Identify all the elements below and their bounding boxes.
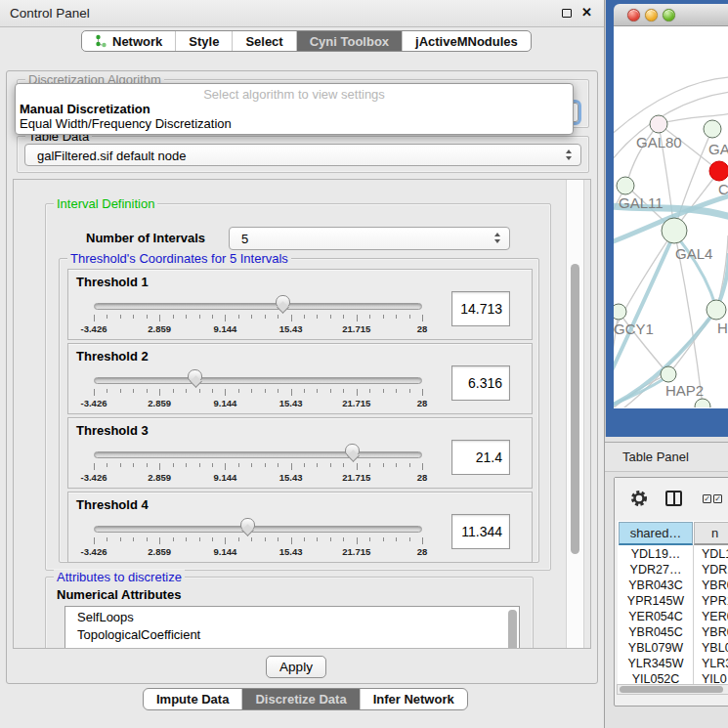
table-row[interactable]: YPR145WYPR1: [619, 593, 728, 609]
tick-mark: [409, 537, 410, 541]
checkbox-icon[interactable]: [713, 494, 722, 503]
network-canvas[interactable]: GAL80GACGAL11GAL4GCY1HHAP2: [614, 26, 728, 408]
tick-mark: [199, 537, 200, 541]
tick-mark: [199, 389, 200, 393]
network-node-c[interactable]: [709, 161, 728, 181]
threshold-panel: Threshold 3-3.4262.8599.14415.4321.71528…: [67, 417, 533, 489]
tick-mark: [94, 537, 95, 544]
control-panel-titlebar: Control Panel ✕: [0, 0, 604, 27]
network-node-hap2[interactable]: [661, 366, 676, 382]
tick-mark: [120, 463, 121, 467]
float-window-icon[interactable]: [562, 9, 572, 18]
slider-thumb[interactable]: [276, 295, 290, 308]
table-hscrollbar-thumb[interactable]: [620, 686, 723, 693]
tick-mark: [173, 537, 174, 541]
list-scrollbar-thumb[interactable]: [508, 610, 517, 649]
tick-label: 9.144: [214, 546, 237, 557]
tick-mark: [304, 463, 305, 467]
gear-icon[interactable]: [630, 490, 648, 507]
tab-select[interactable]: Select: [233, 31, 296, 51]
cell-name: YBR0: [693, 624, 728, 640]
minimize-traffic-light-icon[interactable]: [645, 9, 658, 21]
group-title-interval: Interval Definition: [54, 196, 157, 211]
threshold-value-field[interactable]: 11.344: [451, 514, 510, 549]
tab-style[interactable]: Style: [176, 31, 233, 51]
zoom-traffic-light-icon[interactable]: [663, 9, 675, 21]
combobox-value: 5: [241, 232, 248, 246]
column-layout-icon[interactable]: [665, 491, 682, 506]
table-hscrollbar[interactable]: [617, 684, 728, 695]
cell-shared-name: YER054C: [619, 609, 693, 624]
cell-name: YDL1: [693, 546, 728, 562]
thresholds-group: Threshold's Coordinates for 5 Intervals …: [59, 258, 539, 563]
mode-tab-impute-data[interactable]: Impute Data: [144, 689, 242, 709]
column-header-name[interactable]: n: [694, 522, 728, 545]
tick-mark: [94, 315, 95, 321]
network-node[interactable]: [695, 399, 710, 407]
tick-mark: [251, 315, 252, 319]
tick-label: -3.426: [81, 323, 107, 334]
table-row[interactable]: YDL19…YDL1: [619, 546, 728, 562]
slider-thumb[interactable]: [240, 518, 255, 531]
slider-thumb[interactable]: [188, 369, 202, 382]
table-row[interactable]: YBL079WYBL0: [619, 640, 728, 656]
network-node-ga[interactable]: [704, 120, 721, 138]
mode-tab-discretize-data[interactable]: Discretize Data: [242, 689, 360, 709]
network-node-h[interactable]: [707, 300, 726, 320]
threshold-panel: Threshold 1-3.4262.8599.14415.4321.71528…: [67, 269, 533, 340]
close-icon[interactable]: ✕: [581, 5, 592, 20]
panel-title: Control Panel: [10, 6, 90, 21]
tick-mark: [357, 389, 358, 396]
tab-cyni-toolbox[interactable]: Cyni Toolbox: [297, 31, 403, 51]
attribute-list-item[interactable]: BetweennessCentrality: [65, 644, 519, 649]
column-divider[interactable]: [693, 545, 694, 684]
tick-mark: [317, 537, 318, 541]
apply-button[interactable]: Apply: [266, 656, 326, 678]
network-node-gal4[interactable]: [662, 218, 687, 243]
group-title-thresholds: Threshold's Coordinates for 5 Intervals: [67, 251, 291, 266]
table-row[interactable]: YBR043CYBR0: [619, 578, 728, 593]
network-node-gcy1[interactable]: [614, 304, 626, 320]
network-node-label: GAL80: [636, 134, 682, 150]
tick-mark: [225, 537, 226, 544]
cell-shared-name: YDR27…: [619, 562, 693, 578]
tick-mark: [173, 315, 174, 319]
scrollbar-track[interactable]: [566, 180, 584, 648]
scrollbar-thumb[interactable]: [571, 264, 579, 554]
checkbox-icon[interactable]: [703, 494, 711, 503]
table-row[interactable]: YLR345WYLR3: [619, 656, 728, 671]
cyni-toolbox-panel: Discretization Algorithm Select algorith…: [6, 70, 598, 684]
tick-mark: [330, 315, 331, 319]
slider-thumb[interactable]: [345, 444, 360, 456]
tick-mark: [278, 315, 278, 319]
table-row[interactable]: YER054CYER0: [619, 609, 728, 624]
tick-mark: [291, 389, 292, 396]
threshold-value-field[interactable]: 14.713: [451, 291, 510, 326]
table-row[interactable]: YBR045CYBR0: [619, 624, 728, 640]
table-row[interactable]: YDR27…YDR2: [619, 562, 728, 578]
close-traffic-light-icon[interactable]: [627, 9, 640, 21]
network-window-titlebar[interactable]: [614, 4, 728, 26]
tab-jactivemnodules[interactable]: jActiveMNodules: [403, 31, 531, 51]
tab-network[interactable]: Network: [82, 31, 176, 51]
tick-mark: [107, 315, 107, 319]
attribute-list-item[interactable]: SelfLoops: [65, 609, 519, 626]
threshold-value-field[interactable]: 21.4: [451, 440, 510, 475]
mode-tab-infer-network[interactable]: Infer Network: [361, 689, 467, 709]
algorithm-option-manual-discretization[interactable]: Manual Discretization: [16, 102, 573, 116]
tick-label: 15.43: [279, 472, 303, 483]
cell-shared-name: YBR043C: [619, 578, 693, 593]
network-node-gal80[interactable]: [650, 115, 667, 133]
attribute-list-item[interactable]: TopologicalCoefficient: [65, 626, 519, 644]
column-header-shared-name[interactable]: shared…: [619, 522, 693, 545]
numerical-attributes-list[interactable]: SelfLoopsTopologicalCoefficientBetweenne…: [64, 606, 520, 649]
algorithm-option-equal-width-frequency-discretization[interactable]: Equal Width/Frequency Discretization: [16, 116, 573, 131]
threshold-value-field[interactable]: 6.316: [451, 365, 510, 401]
tick-label: 15.43: [279, 546, 303, 557]
table-data-combobox[interactable]: galFiltered.sif default node: [24, 144, 581, 166]
tick-mark: [369, 537, 370, 541]
intervals-combobox[interactable]: 5: [229, 227, 510, 250]
tick-mark: [133, 315, 134, 319]
network-node-gal11[interactable]: [617, 177, 634, 194]
group-title-attributes: Attributes to discretize: [54, 570, 185, 584]
